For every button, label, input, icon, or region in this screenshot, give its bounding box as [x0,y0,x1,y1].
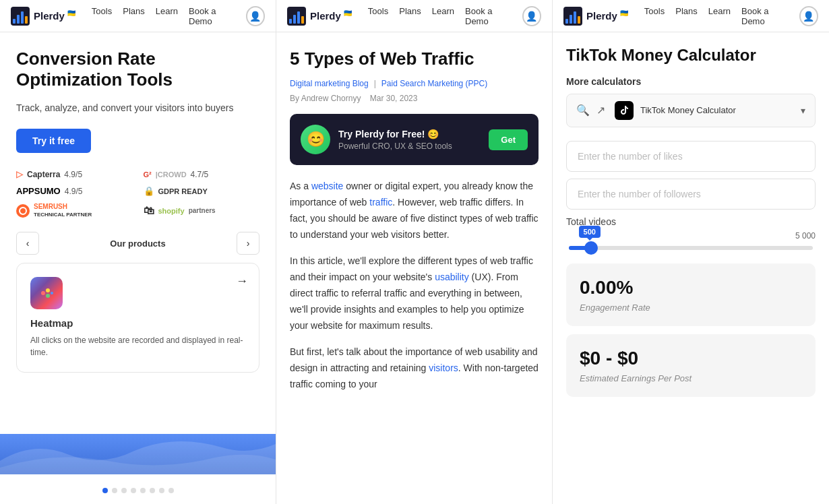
calc-search-icon[interactable]: 🔍 [576,104,590,117]
engagement-card: 0.00% Engagement Rate [566,263,816,326]
product-card-arrow[interactable]: → [236,274,248,288]
more-calculators-label: More calculators [566,76,816,87]
link-visitors[interactable]: visitors [429,363,458,373]
partner-capterra: ▷ Capterra 4.9/5 [16,169,133,179]
svg-point-5 [20,208,26,214]
panel-middle: Plerdy 🇺🇦 Tools Plans Learn Book a Demo … [276,0,553,504]
dot-1[interactable] [102,488,108,493]
link-usability[interactable]: usability [435,272,469,282]
promo-title: Try Plerdy for Free! 😊 [338,129,481,139]
link-traffic[interactable]: traffic [369,197,392,208]
promo-avatar: 😊 [301,125,330,154]
article-para-3: But first, let's talk about the importan… [290,344,539,392]
nav-plans-left[interactable]: Plans [123,6,145,26]
logo-left[interactable]: Plerdy 🇺🇦 [11,7,75,26]
dot-3[interactable] [121,488,127,493]
slider-max-label: 5 000 [795,231,816,241]
semrush-icon [16,204,30,218]
navbar-middle: Plerdy 🇺🇦 Tools Plans Learn Book a Demo … [276,0,552,32]
svg-rect-19 [578,16,580,24]
earnings-card: $0 - $0 Estimated Earnings Per Post [566,334,816,397]
logo-middle[interactable]: Plerdy 🇺🇦 [287,7,352,26]
svg-rect-11 [289,19,292,24]
dot-indicators [0,480,276,499]
videos-slider-container: 5 000 500 [566,246,816,250]
products-label: Our products [110,239,165,249]
svg-rect-12 [293,15,296,24]
likes-input[interactable] [566,141,816,172]
dot-7[interactable] [159,488,164,493]
nav-plans-right[interactable]: Plans [675,6,698,26]
svg-rect-14 [301,16,304,24]
navbar-links-middle: Tools Plans Learn Book a Demo [368,6,509,26]
nav-demo-middle[interactable]: Book a Demo [465,6,509,26]
dot-2[interactable] [112,488,117,493]
calculator-section: TikTok Money Calculator More calculators… [553,32,829,421]
svg-rect-16 [565,19,568,24]
user-icon-middle[interactable]: 👤 [522,6,541,26]
panel-right: Plerdy 🇺🇦 Tools Plans Learn Book a Demo … [553,0,829,504]
promo-get-button[interactable]: Get [489,129,528,150]
panel-left: Plerdy 🇺🇦 Tools Plans Learn Book a Demo … [0,0,276,504]
article-category-1[interactable]: Digital marketing Blog [290,79,369,88]
calculator-title: TikTok Money Calculator [566,46,816,65]
dot-5[interactable] [140,488,146,493]
nav-demo-right[interactable]: Book a Demo [741,6,786,26]
calculator-selector-label: TikTok Money Calculator [640,105,794,115]
shopify-icon: 🛍 [144,205,154,217]
svg-point-8 [46,294,50,298]
nav-learn-middle[interactable]: Learn [432,6,454,26]
dot-4[interactable] [131,488,136,493]
dot-8[interactable] [168,488,174,493]
calc-share-icon[interactable]: ↗ [596,104,605,117]
followers-input[interactable] [566,179,816,210]
try-free-button[interactable]: Try it free [16,129,91,153]
article-para-2: In this article, we'll explore the diffe… [290,253,539,334]
article-category-2[interactable]: Paid Search Marketing (PPC) [381,79,487,88]
partner-crowd: G² |CROWD 4.7/5 [144,169,260,179]
product-nav: ‹ Our products › [16,232,259,255]
logo-right[interactable]: Plerdy 🇺🇦 [563,7,628,26]
nav-learn-left[interactable]: Learn [156,6,178,26]
navbar-left: Plerdy 🇺🇦 Tools Plans Learn Book a Demo … [0,0,276,32]
svg-point-9 [51,292,53,294]
slider-bubble: 500 [579,226,601,238]
navbar-links-right: Tools Plans Learn Book a Demo [644,6,786,26]
user-icon-right[interactable]: 👤 [799,6,818,26]
g2-icon: G² [144,170,152,179]
nav-demo-left[interactable]: Book a Demo [189,6,233,26]
promo-text: Try Plerdy for Free! 😊 Powerful CRO, UX … [338,129,481,151]
engagement-rate-value: 0.00% [580,277,802,298]
svg-rect-2 [17,15,20,24]
nav-tools-right[interactable]: Tools [644,6,665,26]
hero-title: Conversion Rate Optimization Tools [16,49,259,90]
navbar-right: Plerdy 🇺🇦 Tools Plans Learn Book a Demo … [553,0,829,32]
calculator-selector[interactable]: 🔍 ↗ TikTok Money Calculator ▾ [566,94,816,127]
article-author: By Andrew Chornyy Mar 30, 2023 [290,94,539,103]
partner-grid: ▷ Capterra 4.9/5 G² |CROWD 4.7/5 APPSUMO… [16,169,259,218]
chevron-down-icon[interactable]: ▾ [801,105,805,116]
hero-subtitle: Track, analyze, and convert your visitor… [16,101,259,115]
prev-product-button[interactable]: ‹ [16,232,39,255]
nav-learn-right[interactable]: Learn [708,6,731,26]
nav-plans-middle[interactable]: Plans [399,6,421,26]
promo-subtitle: Powerful CRO, UX & SEO tools [338,141,481,151]
earnings-value: $0 - $0 [580,348,802,369]
svg-rect-3 [21,11,24,24]
total-videos-label: Total videos [566,216,816,227]
nav-tools-middle[interactable]: Tools [368,6,388,26]
article-body: As a website owner or digital expert, yo… [290,179,539,393]
dot-6[interactable] [150,488,155,493]
svg-rect-1 [13,19,16,24]
engagement-rate-label: Engagement Rate [580,303,802,313]
svg-point-6 [41,291,45,295]
capterra-icon: ▷ [16,169,23,179]
nav-tools-left[interactable]: Tools [92,6,112,26]
article-para-1: As a website owner or digital expert, yo… [290,179,539,243]
product-description: All clicks on the website are recorded a… [30,334,245,358]
user-icon-left[interactable]: 👤 [246,6,265,26]
link-website[interactable]: website [311,181,343,191]
svg-rect-18 [574,11,576,24]
slider-thumb[interactable] [584,241,598,255]
next-product-button[interactable]: › [237,232,259,255]
